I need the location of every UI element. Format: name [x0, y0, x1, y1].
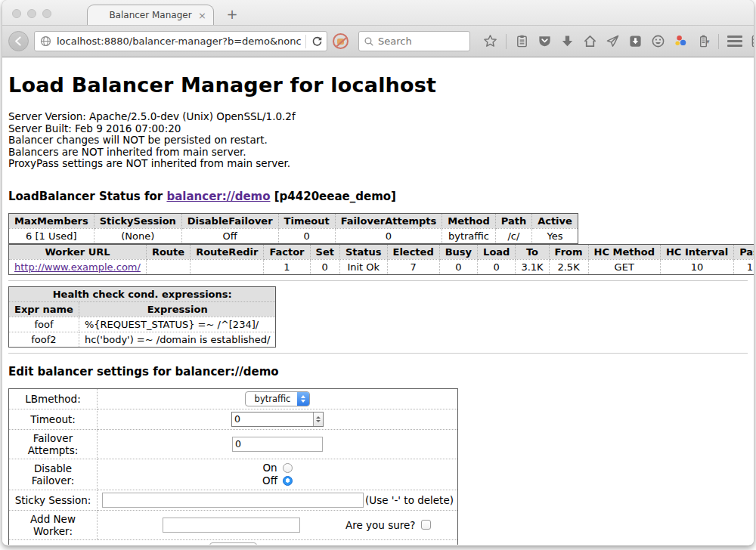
extension-download-box-icon[interactable] — [628, 34, 643, 48]
lbmethod-select[interactable]: bytraffic — [245, 391, 311, 406]
col-routeredir: RouteRedir — [191, 244, 264, 259]
search-icon — [364, 36, 374, 47]
disable-failover-row: Disable Failover: On Off — [9, 459, 458, 490]
cell-maxmembers: 6 [1 Used] — [9, 228, 94, 243]
reading-list-icon[interactable] — [515, 34, 529, 48]
cell-elected: 7 — [387, 259, 439, 274]
server-info: Server Version: Apache/2.5.0-dev (Unix) … — [8, 111, 748, 170]
disable-failover-label: Disable Failover: — [9, 459, 98, 490]
col-hc-method: HC Method — [588, 244, 660, 259]
col-path: Path — [495, 213, 531, 228]
cell-worker-url: http://www.example.com/ — [9, 259, 147, 274]
lbmethod-label: LBmethod: — [9, 388, 98, 409]
col-timeout: Timeout — [278, 213, 335, 228]
sticky-session-note: (Use '-' to delete) — [365, 494, 454, 506]
cell-hc-method: GET — [588, 259, 660, 274]
pocket-icon[interactable] — [538, 34, 552, 48]
home-icon[interactable] — [583, 34, 597, 48]
add-worker-input[interactable] — [163, 518, 300, 533]
close-window-button[interactable] — [12, 9, 21, 18]
add-worker-cell: Are you sure? — [98, 510, 458, 539]
cell-load: 0 — [478, 259, 516, 274]
timeout-stepper[interactable] — [231, 412, 324, 427]
server-built-line: Server Built: Feb 9 2016 07:00:20 — [8, 123, 748, 135]
col-to: To — [516, 244, 549, 259]
sticky-session-input[interactable] — [102, 493, 364, 508]
toolbar-icons: ▾ — [483, 34, 754, 49]
cell-path: /c/ — [495, 228, 531, 243]
worker-url-link[interactable]: http://www.example.com/ — [14, 261, 141, 273]
proxypass-warning-line: ProxyPass settings are NOT inherited fro… — [8, 158, 748, 170]
col-busy: Busy — [439, 244, 477, 259]
cell-passes: 1 (0) — [734, 259, 754, 274]
col-load: Load — [478, 244, 516, 259]
content-blocked-icon[interactable] — [333, 33, 349, 49]
timeout-label: Timeout: — [9, 409, 98, 429]
balancer-demo-link[interactable]: balancer://demo — [166, 190, 270, 203]
balancer-settings-form: LBmethod: bytraffic Timeout: — [8, 388, 458, 545]
col-worker-url: Worker URL — [9, 244, 147, 259]
colored-dots-extension-icon[interactable] — [674, 34, 688, 48]
reload-icon[interactable] — [311, 35, 324, 48]
confirm-checkbox[interactable] — [421, 520, 431, 530]
toolbar-separator — [718, 34, 719, 49]
radio-off-label: Off — [262, 474, 277, 487]
search-input[interactable] — [378, 36, 465, 47]
url-input[interactable] — [57, 36, 301, 47]
bookmark-star-icon[interactable] — [483, 34, 497, 48]
cell-failoverattempts: 0 — [335, 228, 442, 243]
browser-window: Balancer Manager × + — [2, 0, 754, 545]
worker-row: http://www.example.com/ 1 0 Init Ok 7 0 … — [9, 259, 754, 274]
table-row: 6 [1 Used] (None) Off 0 0 bytraffic /c/ … — [9, 228, 578, 243]
tab-balancer-manager[interactable]: Balancer Manager × — [87, 5, 214, 25]
tile-grid-extension-icon[interactable] — [751, 34, 754, 48]
back-button[interactable] — [8, 31, 29, 51]
downloads-icon[interactable] — [560, 34, 575, 48]
submit-button[interactable]: Submit — [209, 542, 257, 545]
col-stickysession: StickySession — [94, 213, 181, 228]
lbmethod-selected-value: bytraffic — [246, 394, 298, 404]
cell-to: 3.1K — [516, 259, 549, 274]
confirm-label: Are you sure? — [345, 519, 416, 531]
urlbar-separator — [305, 35, 306, 48]
col-passes: Passes — [734, 244, 754, 259]
send-share-icon[interactable] — [606, 34, 620, 48]
loadbalancer-status-heading: LoadBalancer Status for balancer://demo … — [8, 190, 748, 203]
globe-icon — [39, 35, 52, 48]
balancer-status-table: MaxMembers StickySession DisableFailover… — [8, 213, 578, 244]
search-bar[interactable] — [358, 31, 470, 51]
battery-extension-button[interactable]: ▾ — [696, 34, 710, 48]
feedback-smiley-icon[interactable] — [651, 34, 665, 48]
zoom-window-button[interactable] — [42, 9, 51, 18]
close-tab-icon[interactable]: × — [198, 11, 206, 20]
radio-on-label: On — [262, 462, 277, 474]
number-spinner-icon[interactable] — [313, 412, 323, 426]
submit-cell: Submit — [9, 539, 458, 545]
table-header-row: Expr name Expression — [9, 301, 276, 317]
cell-hc-interval: 10 — [660, 259, 733, 274]
select-stepper-icon — [297, 391, 309, 406]
submit-row: Submit — [9, 539, 458, 545]
timeout-input[interactable] — [232, 412, 313, 426]
disable-failover-cell: On Off — [98, 459, 458, 490]
url-bar[interactable] — [34, 31, 327, 51]
health-row: foof2 hc('body') =~ /domain is establish… — [9, 332, 276, 347]
page-title: Load Balancer Manager for localhost — [8, 73, 748, 97]
failover-attempts-input[interactable] — [232, 437, 323, 452]
disable-failover-on-radio[interactable] — [283, 463, 293, 473]
divider — [8, 280, 748, 281]
health-row: foof %{REQUEST_STATUS} =~ /^[234]/ — [9, 317, 276, 332]
cell-set: 0 — [310, 259, 339, 274]
cell-status: Init Ok — [339, 259, 387, 274]
navigation-toolbar: ▾ — [2, 25, 754, 57]
minimize-window-button[interactable] — [27, 9, 36, 18]
col-expr-name: Expr name — [9, 301, 79, 317]
inherit-warning-line: Balancers are NOT inherited from main se… — [8, 147, 748, 159]
menu-hamburger-icon[interactable] — [727, 36, 742, 47]
disable-failover-off-radio[interactable] — [283, 476, 293, 486]
col-factor: Factor — [264, 244, 310, 259]
lbmethod-row: LBmethod: bytraffic — [9, 388, 458, 409]
cell-method: bytraffic — [442, 228, 495, 243]
failover-attempts-label: Failover Attempts: — [9, 429, 98, 459]
new-tab-button[interactable]: + — [223, 6, 241, 22]
